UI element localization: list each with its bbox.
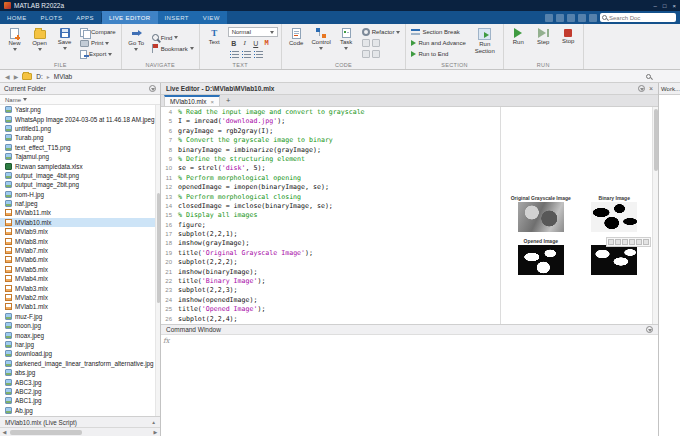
- file-row[interactable]: har.jpg: [0, 340, 160, 349]
- minimize-button[interactable]: –: [654, 3, 657, 9]
- ribbon-tab-plots[interactable]: PLOTS: [34, 11, 70, 24]
- doc-search-input[interactable]: [609, 15, 669, 21]
- task-button[interactable]: Task: [335, 25, 358, 61]
- italic-button[interactable]: I: [241, 39, 249, 47]
- scrollbar-thumb[interactable]: [157, 193, 160, 303]
- code-line[interactable]: 13% Perform morphological closing: [161, 193, 500, 202]
- code-line[interactable]: 16figure;: [161, 221, 500, 230]
- file-row[interactable]: Tajamul.png: [0, 152, 160, 161]
- output-figure[interactable]: [581, 238, 649, 275]
- code-line[interactable]: 10se = strel('disk', 5);: [161, 164, 500, 173]
- bold-button[interactable]: B: [230, 40, 238, 47]
- ribbon-tab-apps[interactable]: APPS: [69, 11, 101, 24]
- file-row[interactable]: WhatsApp Image 2024-03-05 at 11.46.18 AM…: [0, 114, 160, 123]
- code-line[interactable]: 23subplot(2,2,3);: [161, 286, 500, 295]
- code-line[interactable]: 12openedImage = imopen(binaryImage, se);: [161, 183, 500, 192]
- undo-icon[interactable]: [578, 14, 586, 22]
- export-figure-icon[interactable]: [608, 239, 614, 245]
- code-area[interactable]: 4% Read the input image and convert to g…: [161, 107, 500, 324]
- code-line[interactable]: 5I = imread('download.jpg');: [161, 117, 500, 126]
- run-section-button[interactable]: Run Section: [470, 25, 500, 61]
- new-tab-button[interactable]: +: [222, 96, 234, 106]
- code-line[interactable]: 8binaryImage = imbinarize(grayImage);: [161, 146, 500, 155]
- code-line[interactable]: 7% Convert the grayscale image to binary: [161, 136, 500, 145]
- save-button[interactable]: Save: [53, 25, 76, 61]
- file-details-bar[interactable]: MVlab10.mlx (Live Script) ▴: [0, 416, 160, 427]
- wrap-comments-icon[interactable]: [372, 50, 380, 58]
- file-row[interactable]: nom-H.jpg: [0, 190, 160, 199]
- file-row[interactable]: darkened_image_linear_transform_alternat…: [0, 359, 160, 368]
- scroll-right-icon[interactable]: ▶: [151, 429, 160, 435]
- scroll-left-icon[interactable]: ◀: [0, 429, 9, 435]
- file-row[interactable]: output_image_4bit.png: [0, 171, 160, 180]
- file-row[interactable]: Yasir.png: [0, 105, 160, 114]
- file-row[interactable]: naf.jpeg: [0, 199, 160, 208]
- file-row[interactable]: ABC1.jpg: [0, 396, 160, 405]
- close-panel-icon[interactable]: ×: [649, 85, 653, 92]
- stop-button[interactable]: Stop: [557, 25, 580, 61]
- section-break-button[interactable]: Section Break: [409, 27, 467, 37]
- output-figure[interactable]: Original Grayscale Image: [507, 195, 575, 232]
- file-row[interactable]: MVlab10.mlx: [0, 218, 160, 227]
- compare-button[interactable]: Compare: [78, 27, 118, 37]
- file-row[interactable]: MVlab7.mlx: [0, 246, 160, 255]
- redo-icon[interactable]: [589, 14, 597, 22]
- file-row[interactable]: moax.jpeg: [0, 330, 160, 339]
- control-button[interactable]: Control: [310, 25, 333, 61]
- file-row[interactable]: MVlab1.mlx: [0, 302, 160, 311]
- file-row[interactable]: Rizwan sampledata.xlsx: [0, 161, 160, 170]
- close-tab-icon[interactable]: ×: [210, 99, 214, 105]
- code-button[interactable]: Code: [285, 25, 308, 61]
- export-button[interactable]: Export: [78, 49, 118, 59]
- code-line[interactable]: 18imshow(grayImage);: [161, 239, 500, 248]
- code-line[interactable]: 14closedImage = imclose(binaryImage, se)…: [161, 202, 500, 211]
- panel-menu-icon[interactable]: [646, 326, 653, 333]
- collapse-details-icon[interactable]: ▴: [152, 419, 155, 425]
- code-line[interactable]: 11% Perform morphological opening: [161, 174, 500, 183]
- find-button[interactable]: Find: [150, 33, 196, 43]
- breadcrumb-segment[interactable]: D:: [36, 73, 43, 80]
- code-line[interactable]: 21imshow(binaryImage);: [161, 268, 500, 277]
- file-row[interactable]: MVlab6.mlx: [0, 255, 160, 264]
- open-button[interactable]: Open: [28, 25, 51, 61]
- code-line[interactable]: 25title('Opened Image');: [161, 305, 500, 314]
- code-line[interactable]: 6grayImage = rgb2gray(I);: [161, 127, 500, 136]
- goto-button[interactable]: Go To: [125, 25, 148, 61]
- file-row[interactable]: text_effect_T15.png: [0, 143, 160, 152]
- workspace-panel[interactable]: Work...: [658, 83, 680, 436]
- new-button[interactable]: New: [3, 25, 26, 61]
- cut-icon[interactable]: [556, 14, 564, 22]
- file-row[interactable]: moon.jpg: [0, 321, 160, 330]
- command-window-header[interactable]: Command Window: [161, 324, 658, 335]
- print-button[interactable]: Print: [78, 38, 118, 48]
- step-button[interactable]: Step: [532, 25, 555, 61]
- command-window-input[interactable]: fx: [161, 335, 658, 436]
- editor-scrollbar[interactable]: [652, 107, 658, 324]
- file-row[interactable]: MVlab2.mlx: [0, 293, 160, 302]
- scrollbar-thumb[interactable]: [10, 430, 82, 435]
- brush-icon[interactable]: [615, 239, 621, 245]
- code-line[interactable]: 26subplot(2,2,4);: [161, 315, 500, 324]
- file-row[interactable]: muz-F.jpg: [0, 312, 160, 321]
- run-to-end-button[interactable]: Run to End: [409, 49, 467, 59]
- ribbon-tab-view[interactable]: VIEW: [196, 11, 227, 24]
- pan-icon[interactable]: [636, 239, 642, 245]
- panel-menu-icon[interactable]: [149, 85, 156, 92]
- smart-indent-icon[interactable]: [362, 50, 370, 58]
- uncomment-icon[interactable]: [372, 39, 380, 47]
- code-line[interactable]: 17subplot(2,2,1);: [161, 230, 500, 239]
- file-row[interactable]: ABC3.jpg: [0, 377, 160, 386]
- maximize-button[interactable]: □: [663, 3, 667, 9]
- code-line[interactable]: 22title('Binary Image');: [161, 277, 500, 286]
- output-figure[interactable]: Binary Image: [581, 195, 649, 232]
- file-row[interactable]: Ab.jpg: [0, 406, 160, 415]
- breadcrumb-segment[interactable]: MVlab: [54, 73, 72, 80]
- forward-icon[interactable]: ▶: [14, 73, 19, 80]
- file-row[interactable]: MVlab11.mlx: [0, 208, 160, 217]
- refactor-button[interactable]: Refactor: [360, 27, 403, 37]
- indent-icon[interactable]: [254, 51, 263, 58]
- file-row[interactable]: Turab.png: [0, 133, 160, 142]
- file-list-scrollbar[interactable]: [155, 105, 160, 416]
- ribbon-tab-home[interactable]: HOME: [0, 11, 34, 24]
- editor-tab-mvlab10[interactable]: MVlab10.mlx ×: [164, 95, 220, 106]
